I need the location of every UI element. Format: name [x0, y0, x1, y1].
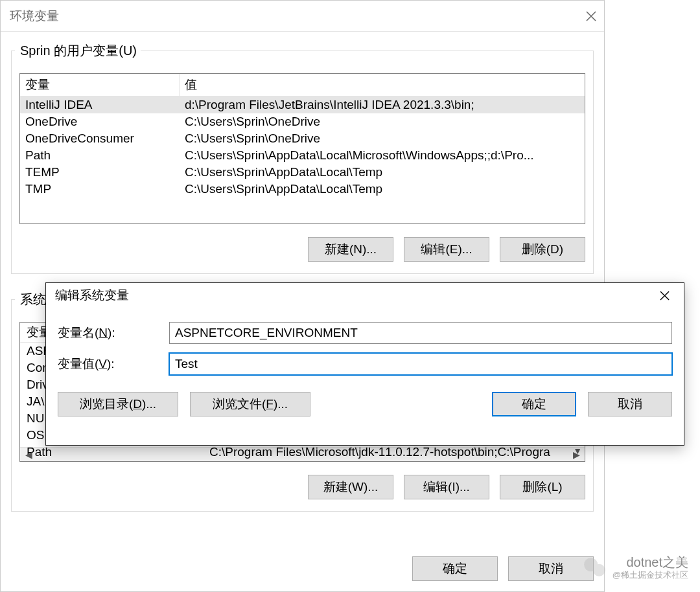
env-cancel-button[interactable]: 取消 [508, 556, 594, 581]
browse-file-button[interactable]: 浏览文件(F)... [190, 392, 310, 416]
table-row[interactable]: PathC:\Program Files\Microsoft\jdk-11.0.… [20, 444, 585, 461]
variable-name-label: 变量名(N): [58, 324, 167, 341]
col-value[interactable]: 值 [180, 74, 585, 96]
modal-close-button[interactable] [651, 285, 677, 306]
var-name-cell: IntelliJ IDEA [20, 97, 180, 113]
var-name-cell: OneDrive [20, 113, 180, 130]
var-value-cell: d:\Program Files\JetBrains\IntelliJ IDEA… [180, 97, 585, 113]
modal-title: 编辑系统变量 [55, 287, 129, 304]
var-name-cell: TMP [20, 181, 180, 198]
variable-name-input[interactable] [169, 322, 672, 344]
var-name-cell: Path [20, 444, 203, 461]
var-name-cell: TEMP [20, 164, 180, 181]
scroll-left-icon[interactable]: ◀ [23, 450, 34, 460]
sys-button-row: 新建(W)... 编辑(I)... 删除(L) [19, 475, 585, 499]
env-ok-button[interactable]: 确定 [412, 556, 498, 581]
user-variables-list[interactable]: 变量 值 IntelliJ IDEAd:\Program Files\JetBr… [19, 73, 585, 224]
table-row[interactable]: IntelliJ IDEAd:\Program Files\JetBrains\… [20, 97, 585, 113]
var-value-cell: C:\Users\Sprin\AppData\Local\Microsoft\W… [180, 147, 585, 164]
var-name-cell: Path [20, 147, 180, 164]
table-row[interactable]: OneDriveConsumerC:\Users\Sprin\OneDrive [20, 130, 585, 147]
table-row[interactable]: PathC:\Users\Sprin\AppData\Local\Microso… [20, 147, 585, 164]
user-group-label: Sprin 的用户变量(U) [11, 42, 594, 60]
modal-cancel-button[interactable]: 取消 [588, 392, 672, 416]
modal-titlebar: 编辑系统变量 [46, 283, 684, 308]
user-button-row: 新建(N)... 编辑(E)... 删除(D) [19, 237, 585, 262]
svg-point-1 [593, 564, 605, 576]
modal-ok-button[interactable]: 确定 [492, 392, 576, 416]
table-row[interactable]: TMPC:\Users\Sprin\AppData\Local\Temp [20, 181, 585, 198]
delete-sys-button[interactable]: 删除(L) [500, 475, 585, 499]
variable-name-row: 变量名(N): [58, 322, 672, 344]
edit-system-variable-dialog: 编辑系统变量 变量名(N): 变量值(V): 浏览目录(D)... 浏览文件(F… [45, 282, 684, 446]
edit-sys-button[interactable]: 编辑(I)... [404, 475, 489, 499]
variable-value-input[interactable] [169, 353, 672, 375]
close-icon[interactable] [586, 11, 596, 21]
table-row[interactable]: OneDriveC:\Users\Sprin\OneDrive [20, 113, 585, 130]
new-user-button[interactable]: 新建(N)... [308, 237, 393, 262]
watermark-title: dotnet之美 [612, 554, 688, 570]
modal-button-row: 浏览目录(D)... 浏览文件(F)... 确定 取消 [46, 384, 684, 416]
dialog-button-row: 确定 取消 [412, 556, 594, 581]
var-name-cell: OneDriveConsumer [20, 130, 180, 147]
modal-body: 变量名(N): 变量值(V): [46, 308, 684, 375]
chevron-down-icon[interactable]: ▼ [573, 446, 582, 456]
new-sys-button[interactable]: 新建(W)... [308, 475, 393, 499]
var-value-cell: C:\Users\Sprin\OneDrive [180, 113, 585, 130]
var-value-cell: C:\Users\Sprin\AppData\Local\Temp [180, 164, 585, 181]
watermark: dotnet之美 @稀土掘金技术社区 [583, 554, 688, 580]
user-variables-group: Sprin 的用户变量(U) 变量 值 IntelliJ IDEAd:\Prog… [11, 51, 594, 274]
variable-value-label: 变量值(V): [58, 356, 167, 372]
col-variable[interactable]: 变量 [20, 74, 180, 96]
variable-value-row: 变量值(V): [58, 353, 672, 375]
close-icon [660, 291, 670, 301]
env-dialog-titlebar: 环境变量 [1, 1, 604, 32]
var-value-cell: C:\Users\Sprin\AppData\Local\Temp [180, 181, 585, 198]
edit-user-button[interactable]: 编辑(E)... [404, 237, 489, 262]
list-header: 变量 值 [20, 74, 585, 97]
browse-directory-button[interactable]: 浏览目录(D)... [58, 392, 178, 416]
wechat-icon [583, 555, 607, 580]
env-dialog-title: 环境变量 [10, 8, 59, 25]
var-value-cell: C:\Program Files\Microsoft\jdk-11.0.12.7… [203, 444, 585, 461]
watermark-sub: @稀土掘金技术社区 [612, 570, 688, 580]
table-row[interactable]: TEMPC:\Users\Sprin\AppData\Local\Temp [20, 164, 585, 181]
var-value-cell: C:\Users\Sprin\OneDrive [180, 130, 585, 147]
delete-user-button[interactable]: 删除(D) [500, 237, 585, 262]
